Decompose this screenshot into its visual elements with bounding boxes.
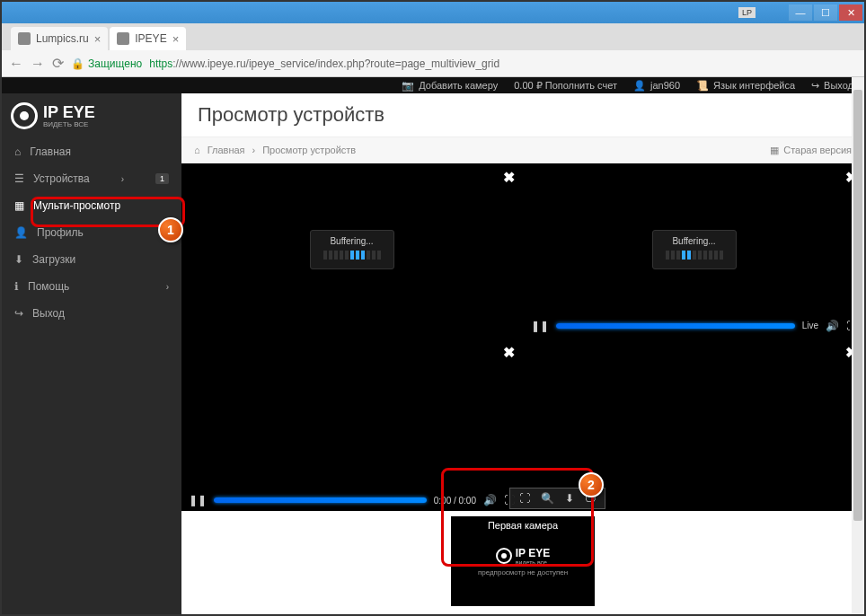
- thumbnail-title: Первая камера: [488, 520, 558, 531]
- thumbnail-row: ⛶ 🔍 ⬇ 🖵 Первая камера IP EYE видеть все …: [181, 511, 864, 614]
- volume-icon[interactable]: 🔊: [483, 494, 497, 506]
- count-badge: 1: [155, 173, 169, 184]
- lp-badge: LP: [738, 7, 756, 18]
- sidebar-item-downloads[interactable]: ⬇ Загрузки: [2, 246, 181, 273]
- url-text[interactable]: https://www.ipeye.ru/ipeye_service/index…: [149, 57, 499, 70]
- language-menu[interactable]: 📜 Язык интерфейса: [696, 80, 795, 92]
- download-icon[interactable]: ⬇: [565, 492, 574, 505]
- sidebar-item-label: Загрузки: [32, 253, 75, 266]
- sidebar-item-help[interactable]: ℹ Помощь ›: [2, 273, 181, 300]
- sidebar-item-label: Мульти-просмотр: [33, 199, 120, 212]
- breadcrumb: ⌂ Главная › Просмотр устройств ▦ Старая …: [181, 136, 864, 163]
- grid-icon: ▦: [14, 199, 24, 212]
- expand-icon[interactable]: ⛶: [519, 492, 530, 505]
- breadcrumb-separator: ›: [252, 145, 256, 155]
- lock-icon: 🔒: [71, 57, 84, 70]
- buffer-bar: [666, 251, 723, 260]
- buffering-text: Buffering...: [666, 236, 723, 246]
- tab-title: IPEYE: [135, 32, 166, 45]
- annotation-callout: 2: [579, 472, 604, 497]
- buffering-text: Buffering...: [323, 236, 381, 246]
- old-version-link[interactable]: ▦ Старая версия: [770, 145, 852, 156]
- buffer-bar: [323, 251, 381, 260]
- logout-button[interactable]: ↪ Выход: [811, 80, 853, 92]
- window-minimize-button[interactable]: —: [789, 4, 812, 21]
- buffering-indicator: Buffering...: [310, 230, 394, 269]
- video-cell: ✖ Buffering... ❚❚ Live 🔊 ⛶: [524, 163, 864, 337]
- sidebar-item-devices[interactable]: ☰ Устройства › 1: [2, 165, 181, 192]
- breadcrumb-home-link[interactable]: Главная: [208, 145, 245, 155]
- download-icon: ⬇: [14, 253, 23, 266]
- sidebar-item-exit[interactable]: ↪ Выход: [2, 300, 181, 327]
- sidebar-item-multiview[interactable]: ▦ Мульти-просмотр: [2, 192, 181, 219]
- user-menu[interactable]: 👤 jan960: [633, 80, 680, 92]
- logo-eye-icon: [11, 102, 38, 129]
- sidebar-item-profile[interactable]: 👤 Профиль ›: [2, 219, 181, 246]
- logo-subtext: ВИДЕТЬ ВСЕ: [43, 120, 95, 128]
- sidebar: IP EYE ВИДЕТЬ ВСЕ ⌂ Главная ☰ Устройства…: [2, 93, 181, 614]
- app-body: IP EYE ВИДЕТЬ ВСЕ ⌂ Главная ☰ Устройства…: [2, 93, 864, 614]
- nav-reload-icon[interactable]: ⟳: [52, 55, 64, 72]
- search-icon[interactable]: 🔍: [541, 492, 554, 505]
- balance-button[interactable]: 0.00 ₽ Пополнить счет: [514, 80, 617, 92]
- browser-tab-bar: Lumpics.ru × IPEYE ×: [2, 23, 864, 50]
- progress-bar[interactable]: [556, 323, 795, 329]
- sidebar-item-label: Устройства: [33, 172, 90, 185]
- nav-back-icon[interactable]: ←: [9, 56, 23, 72]
- player-controls: ❚❚ 0:00 / 0:00 🔊 ⛶: [181, 489, 522, 511]
- home-icon: ⌂: [194, 145, 200, 155]
- video-grid: ✖ Buffering... ✖ Buffering...: [181, 163, 864, 511]
- buffering-indicator: Buffering...: [652, 230, 737, 269]
- thumbnail-logo: IP EYE видеть все: [496, 547, 550, 566]
- secure-indicator[interactable]: 🔒 Защищено: [71, 57, 142, 70]
- app-header: 📷 Добавить камеру 0.00 ₽ Пополнить счет …: [2, 77, 864, 93]
- exit-icon: ↪: [14, 307, 23, 320]
- tab-title: Lumpics.ru: [36, 32, 89, 45]
- chevron-right-icon: ›: [166, 282, 169, 292]
- sidebar-item-label: Главная: [30, 145, 71, 158]
- logo: IP EYE ВИДЕТЬ ВСЕ: [2, 93, 181, 138]
- camera-thumbnail[interactable]: Первая камера IP EYE видеть все предпрос…: [451, 516, 595, 606]
- eye-icon: [496, 548, 512, 564]
- tab-close-icon[interactable]: ×: [172, 32, 180, 46]
- browser-tab[interactable]: IPEYE ×: [110, 27, 186, 50]
- address-bar: ← → ⟳ 🔒 Защищено https://www.ipeye.ru/ip…: [2, 50, 864, 77]
- sidebar-item-home[interactable]: ⌂ Главная: [2, 138, 181, 165]
- progress-bar[interactable]: [214, 497, 427, 503]
- window-maximize-button[interactable]: ☐: [814, 4, 837, 21]
- pause-icon[interactable]: ❚❚: [189, 494, 207, 506]
- sidebar-item-label: Помощь: [28, 280, 69, 293]
- annotation-callout: 1: [158, 217, 183, 242]
- logo-text: IP EYE: [43, 104, 95, 120]
- tab-close-icon[interactable]: ×: [94, 32, 102, 46]
- volume-icon[interactable]: 🔊: [826, 320, 839, 332]
- no-preview-text: предпросмотр не доступен: [478, 568, 568, 576]
- close-icon[interactable]: ✖: [503, 344, 515, 361]
- list-icon: ☰: [14, 172, 24, 185]
- browser-tab[interactable]: Lumpics.ru ×: [11, 27, 108, 50]
- add-camera-button[interactable]: 📷 Добавить камеру: [402, 80, 498, 92]
- favicon-icon: [18, 32, 31, 45]
- nav-forward-icon[interactable]: →: [31, 56, 45, 72]
- chevron-right-icon: ›: [121, 174, 124, 184]
- info-icon: ℹ: [14, 280, 19, 293]
- window-close-button[interactable]: ✕: [839, 4, 862, 21]
- user-icon: 👤: [14, 226, 28, 239]
- secure-label: Защищено: [88, 57, 142, 70]
- video-cell: ✖ Buffering...: [181, 163, 522, 337]
- breadcrumb-current: Просмотр устройств: [262, 145, 356, 155]
- video-cell: ✖ ❚❚ 0:00 / 0:00 🔊 ⛶: [181, 339, 522, 512]
- scrollbar-thumb[interactable]: [853, 90, 862, 521]
- home-icon: ⌂: [14, 145, 21, 158]
- scrollbar-vertical[interactable]: [852, 77, 864, 614]
- time-label: 0:00 / 0:00: [434, 496, 476, 506]
- window-titlebar: LP — ☐ ✕: [2, 2, 864, 23]
- sidebar-item-label: Профиль: [37, 226, 84, 239]
- player-controls: ❚❚ Live 🔊 ⛶: [524, 315, 864, 337]
- sidebar-item-label: Выход: [32, 307, 65, 320]
- favicon-icon: [117, 32, 129, 45]
- live-label: Live: [802, 321, 818, 330]
- video-cell: ✖: [524, 339, 864, 512]
- pause-icon[interactable]: ❚❚: [531, 320, 549, 332]
- close-icon[interactable]: ✖: [503, 169, 515, 186]
